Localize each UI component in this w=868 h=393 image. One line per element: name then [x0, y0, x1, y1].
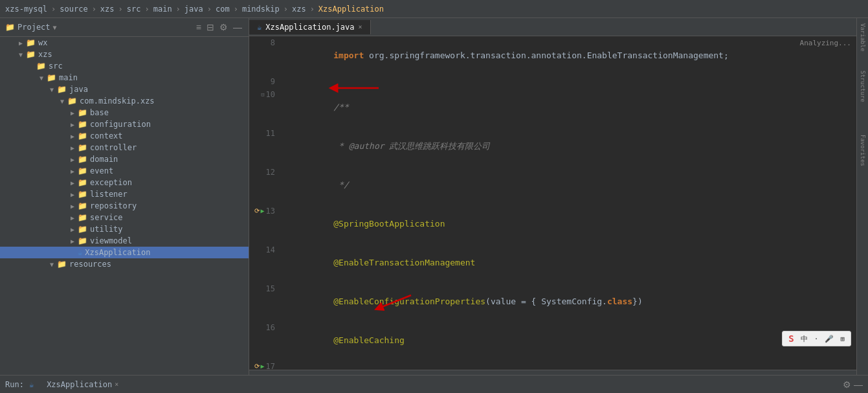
tree-arrow-controller: ▶	[67, 144, 78, 152]
code-line-13: ⟳ ▶ 13 @SpringBootApplication	[249, 205, 856, 243]
folder-icon-resources: 📁	[57, 260, 67, 269]
tree-arrow-event: ▶	[67, 168, 78, 175]
run-tab-icon: ☕	[29, 380, 34, 389]
folder-icon-service: 📁	[78, 213, 87, 222]
tree-arrow-service: ▶	[67, 214, 78, 221]
breadcrumb-item[interactable]: main	[153, 5, 172, 14]
ime-sogou-icon[interactable]: S	[786, 333, 796, 344]
tree-arrow-configuration: ▶	[67, 121, 78, 128]
java-tab-icon: ☕	[257, 23, 262, 32]
tree-item-java[interactable]: ▼ 📁 java	[0, 84, 249, 95]
tree-item-exception[interactable]: ▶ 📁 exception	[0, 177, 249, 188]
rerun-icon-17: ⟳	[254, 360, 260, 370]
tree-arrow-viewmodel: ▶	[67, 238, 78, 245]
run-tab-xzsapplication[interactable]: XzsApplication ×	[41, 379, 124, 390]
run-tab-label: XzsApplication	[47, 380, 112, 389]
sidebar-tab-favorites[interactable]: Favorites	[858, 132, 867, 169]
line-content-13: @SpringBootApplication	[280, 205, 856, 243]
ime-chinese-icon[interactable]: 中	[799, 333, 810, 344]
breadcrumb-item[interactable]: java	[184, 5, 203, 14]
line-content-16: @EnableCaching	[280, 321, 856, 360]
run-icon-13[interactable]: ▶	[261, 205, 265, 218]
breadcrumb-item[interactable]: xzs-mysql	[5, 5, 47, 14]
breadcrumb-item[interactable]: mindskip	[242, 5, 280, 14]
tree-item-base[interactable]: ▶ 📁 base	[0, 107, 249, 118]
ime-toolbar: S 中 · 🎤 ⊞	[782, 331, 851, 346]
tree-item-main[interactable]: ▼ 📁 main	[0, 72, 249, 84]
folder-icon-package: 📁	[67, 96, 77, 106]
breadcrumb-item[interactable]: source	[60, 5, 87, 14]
folder-icon-xzs: 📁	[26, 50, 36, 59]
tree-item-configuration[interactable]: ▶ 📁 configuration	[0, 118, 249, 130]
ime-dot-icon[interactable]: ·	[812, 334, 821, 344]
tree-arrow-java: ▼	[47, 86, 57, 93]
sidebar-tab-variable[interactable]: Variable	[858, 21, 867, 54]
tree-label-resources: resources	[69, 260, 111, 269]
tree-item-listener[interactable]: ▶ 📁 listener	[0, 188, 249, 200]
breadcrumb-item[interactable]: xzs	[292, 5, 306, 14]
file-tree: ▶ 📁 wx ▼ 📁 xzs 📁 src ▼ 📁	[0, 37, 249, 375]
sidebar-tab-structure[interactable]: Structure	[858, 68, 867, 105]
line-number-10: ⊟ 10	[249, 88, 280, 101]
code-line-17: ⟳ ▶ 17 public class XzsApplication {	[249, 360, 856, 370]
collapse-all-button[interactable]: ≡	[195, 21, 203, 34]
tree-item-src[interactable]: 📁 src	[0, 60, 249, 72]
line-number-14: 14	[249, 243, 280, 256]
tree-item-service[interactable]: ▶ 📁 service	[0, 212, 249, 223]
code-editor[interactable]: Analyzing... 8 import org.springframewor…	[249, 36, 856, 370]
line-number-13: ⟳ ▶ 13	[249, 205, 280, 218]
breadcrumb-item[interactable]: xzs	[100, 5, 115, 14]
panel-title-label: Project	[17, 23, 50, 32]
line-number-16: 16	[249, 321, 280, 334]
project-panel: 📁 Project ▼ ≡ ⊟ ⚙ — ▶ 📁 wx ▼	[0, 18, 249, 375]
settings-button[interactable]: ⚙	[218, 21, 229, 34]
tree-item-xzs[interactable]: ▼ 📁 xzs	[0, 49, 249, 60]
code-line-14: 14 @EnableTransactionManagement	[249, 243, 856, 282]
tree-arrow-context: ▶	[67, 133, 78, 140]
run-settings-button[interactable]: ⚙	[843, 379, 851, 390]
breadcrumb-item[interactable]: com	[216, 5, 230, 14]
panel-header: 📁 Project ▼ ≡ ⊟ ⚙ —	[0, 18, 249, 37]
tree-item-domain[interactable]: ▶ 📁 domain	[0, 153, 249, 165]
folder-icon-wx: 📁	[26, 38, 36, 47]
tree-item-resources[interactable]: ▼ 📁 resources	[0, 258, 249, 270]
tree-item-repository[interactable]: ▶ 📁 repository	[0, 200, 249, 212]
folder-icon-utility: 📁	[78, 225, 87, 234]
close-panel-button[interactable]: —	[232, 21, 243, 34]
tree-arrow-base: ▶	[67, 109, 78, 117]
folder-icon-listener: 📁	[78, 190, 87, 199]
line-content-12: */	[280, 166, 856, 205]
line-number-9: 9	[249, 75, 280, 88]
breadcrumb-item[interactable]: src	[127, 5, 141, 14]
tree-item-utility[interactable]: ▶ 📁 utility	[0, 223, 249, 235]
tree-item-wx[interactable]: ▶ 📁 wx	[0, 37, 249, 49]
folder-icon-event: 📁	[78, 166, 87, 175]
code-line-10: ⊟ 10 /**	[249, 88, 856, 127]
folder-icon-viewmodel: 📁	[78, 236, 87, 245]
run-icon-17[interactable]: ▶	[261, 360, 265, 370]
tree-item-xzsapplication[interactable]: ☕ XzsApplication	[0, 247, 249, 258]
tree-arrow-domain: ▶	[67, 156, 78, 163]
tab-close-button[interactable]: ×	[359, 23, 362, 30]
line-content-15: @EnableConfigurationProperties(value = {…	[280, 282, 856, 321]
ime-mic-icon[interactable]: 🎤	[823, 334, 836, 344]
editor-scrollbar[interactable]	[249, 370, 856, 375]
tree-item-package[interactable]: ▼ 📁 com.mindskip.xzs	[0, 95, 249, 107]
tree-arrow-xzs: ▼	[16, 51, 26, 58]
run-minimize-button[interactable]: —	[854, 379, 863, 390]
tree-label-xzs: xzs	[38, 50, 52, 59]
tree-item-viewmodel[interactable]: ▶ 📁 viewmodel	[0, 235, 249, 247]
run-tab-close-button[interactable]: ×	[115, 381, 118, 388]
expand-all-button[interactable]: ⊟	[205, 21, 216, 34]
tree-item-context[interactable]: ▶ 📁 context	[0, 130, 249, 142]
folder-icon-domain: 📁	[78, 155, 87, 164]
tree-item-controller[interactable]: ▶ 📁 controller	[0, 142, 249, 153]
chevron-down-icon[interactable]: ▼	[53, 24, 57, 31]
tree-item-event[interactable]: ▶ 📁 event	[0, 165, 249, 177]
tree-label-service: service	[90, 213, 123, 222]
ime-grid-icon[interactable]: ⊞	[838, 334, 847, 344]
line-number-17: ⟳ ▶ 17	[249, 360, 280, 370]
tree-label-wx: wx	[38, 38, 47, 47]
tree-label-repository: repository	[90, 201, 137, 210]
editor-tab-xzsapplication[interactable]: ☕ XzsApplication.java ×	[249, 20, 371, 34]
